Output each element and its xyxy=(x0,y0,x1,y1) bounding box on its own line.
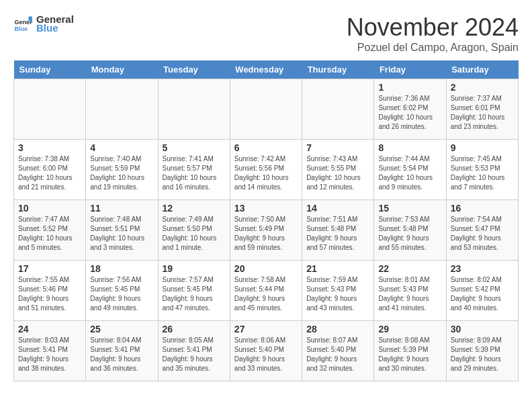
day-number: 6 xyxy=(234,142,298,153)
calendar-cell: 29Sunrise: 8:08 AM Sunset: 5:39 PM Dayli… xyxy=(374,321,446,381)
calendar-cell xyxy=(302,79,374,140)
weekday-header-wednesday: Wednesday xyxy=(230,60,302,79)
weekday-header-friday: Friday xyxy=(374,60,446,79)
calendar-cell: 17Sunrise: 7:55 AM Sunset: 5:46 PM Dayli… xyxy=(14,261,86,321)
day-number: 26 xyxy=(163,324,226,334)
day-number: 9 xyxy=(451,142,514,153)
calendar-cell: 22Sunrise: 8:01 AM Sunset: 5:43 PM Dayli… xyxy=(374,261,446,321)
day-number: 11 xyxy=(90,203,153,214)
day-number: 27 xyxy=(234,324,298,334)
day-info: Sunrise: 8:08 AM Sunset: 5:39 PM Dayligh… xyxy=(378,336,441,373)
title-area: November 2024 Pozuel del Campo, Aragon, … xyxy=(347,13,519,54)
location-title: Pozuel del Campo, Aragon, Spain xyxy=(347,42,519,54)
calendar-cell: 26Sunrise: 8:05 AM Sunset: 5:41 PM Dayli… xyxy=(158,321,230,381)
weekday-header-thursday: Thursday xyxy=(302,60,374,79)
calendar-cell: 13Sunrise: 7:50 AM Sunset: 5:49 PM Dayli… xyxy=(230,200,302,261)
calendar-cell: 30Sunrise: 8:09 AM Sunset: 5:39 PM Dayli… xyxy=(446,321,518,381)
day-number: 10 xyxy=(18,203,81,214)
calendar-cell: 25Sunrise: 8:04 AM Sunset: 5:41 PM Dayli… xyxy=(86,321,158,381)
day-info: Sunrise: 7:55 AM Sunset: 5:46 PM Dayligh… xyxy=(18,275,81,313)
day-info: Sunrise: 7:40 AM Sunset: 5:59 PM Dayligh… xyxy=(90,154,153,192)
day-number: 25 xyxy=(90,324,153,334)
calendar-cell: 11Sunrise: 7:48 AM Sunset: 5:51 PM Dayli… xyxy=(86,200,158,261)
day-info: Sunrise: 8:01 AM Sunset: 5:43 PM Dayligh… xyxy=(378,275,441,313)
calendar-cell: 9Sunrise: 7:45 AM Sunset: 5:53 PM Daylig… xyxy=(446,140,518,200)
day-info: Sunrise: 7:56 AM Sunset: 5:45 PM Dayligh… xyxy=(90,275,153,313)
day-info: Sunrise: 8:03 AM Sunset: 5:41 PM Dayligh… xyxy=(18,336,81,373)
calendar-cell xyxy=(86,79,158,140)
week-row-1: 1Sunrise: 7:36 AM Sunset: 6:02 PM Daylig… xyxy=(14,79,519,140)
week-row-5: 24Sunrise: 8:03 AM Sunset: 5:41 PM Dayli… xyxy=(14,321,519,381)
day-number: 14 xyxy=(306,203,369,214)
calendar-cell: 24Sunrise: 8:03 AM Sunset: 5:41 PM Dayli… xyxy=(14,321,86,381)
day-number: 7 xyxy=(306,142,369,153)
day-info: Sunrise: 7:45 AM Sunset: 5:53 PM Dayligh… xyxy=(451,154,514,192)
calendar-cell: 5Sunrise: 7:41 AM Sunset: 5:57 PM Daylig… xyxy=(158,140,230,200)
svg-text:Blue: Blue xyxy=(14,26,28,32)
calendar-cell: 14Sunrise: 7:51 AM Sunset: 5:48 PM Dayli… xyxy=(302,200,374,261)
day-info: Sunrise: 7:44 AM Sunset: 5:54 PM Dayligh… xyxy=(378,154,441,192)
day-number: 5 xyxy=(163,142,226,153)
calendar-cell: 15Sunrise: 7:53 AM Sunset: 5:48 PM Dayli… xyxy=(374,200,446,261)
week-row-2: 3Sunrise: 7:38 AM Sunset: 6:00 PM Daylig… xyxy=(14,140,519,200)
day-number: 21 xyxy=(306,263,369,274)
day-info: Sunrise: 7:50 AM Sunset: 5:49 PM Dayligh… xyxy=(234,215,298,253)
day-number: 20 xyxy=(234,263,298,274)
day-info: Sunrise: 8:09 AM Sunset: 5:39 PM Dayligh… xyxy=(451,336,514,373)
day-number: 16 xyxy=(451,203,514,214)
day-number: 13 xyxy=(234,203,298,214)
day-number: 23 xyxy=(451,263,514,274)
day-info: Sunrise: 8:04 AM Sunset: 5:41 PM Dayligh… xyxy=(90,336,153,373)
calendar-cell: 28Sunrise: 8:07 AM Sunset: 5:40 PM Dayli… xyxy=(302,321,374,381)
calendar-cell: 6Sunrise: 7:42 AM Sunset: 5:56 PM Daylig… xyxy=(230,140,302,200)
calendar-cell: 7Sunrise: 7:43 AM Sunset: 5:55 PM Daylig… xyxy=(302,140,374,200)
day-info: Sunrise: 7:36 AM Sunset: 6:02 PM Dayligh… xyxy=(378,94,441,132)
calendar-cell xyxy=(14,79,86,140)
calendar-cell: 23Sunrise: 8:02 AM Sunset: 5:42 PM Dayli… xyxy=(446,261,518,321)
day-info: Sunrise: 7:53 AM Sunset: 5:48 PM Dayligh… xyxy=(378,215,441,253)
calendar-cell: 18Sunrise: 7:56 AM Sunset: 5:45 PM Dayli… xyxy=(86,261,158,321)
day-number: 24 xyxy=(18,324,81,334)
calendar-cell: 8Sunrise: 7:44 AM Sunset: 5:54 PM Daylig… xyxy=(374,140,446,200)
week-row-3: 10Sunrise: 7:47 AM Sunset: 5:52 PM Dayli… xyxy=(14,200,519,261)
week-row-4: 17Sunrise: 7:55 AM Sunset: 5:46 PM Dayli… xyxy=(14,261,519,321)
calendar-cell: 27Sunrise: 8:06 AM Sunset: 5:40 PM Dayli… xyxy=(230,321,302,381)
day-info: Sunrise: 7:51 AM Sunset: 5:48 PM Dayligh… xyxy=(306,215,369,253)
calendar-cell: 1Sunrise: 7:36 AM Sunset: 6:02 PM Daylig… xyxy=(374,79,446,140)
day-number: 19 xyxy=(163,263,226,274)
day-number: 2 xyxy=(451,82,514,93)
day-number: 8 xyxy=(378,142,441,153)
calendar-cell: 2Sunrise: 7:37 AM Sunset: 6:01 PM Daylig… xyxy=(446,79,518,140)
logo: General Blue General Blue xyxy=(13,13,74,34)
weekday-header-saturday: Saturday xyxy=(446,60,518,79)
day-number: 4 xyxy=(90,142,153,153)
day-info: Sunrise: 7:49 AM Sunset: 5:50 PM Dayligh… xyxy=(163,215,226,253)
day-number: 15 xyxy=(378,203,441,214)
day-info: Sunrise: 8:05 AM Sunset: 5:41 PM Dayligh… xyxy=(163,336,226,373)
day-number: 1 xyxy=(378,82,441,93)
day-info: Sunrise: 8:02 AM Sunset: 5:42 PM Dayligh… xyxy=(451,275,514,313)
day-info: Sunrise: 7:57 AM Sunset: 5:45 PM Dayligh… xyxy=(163,275,226,313)
day-info: Sunrise: 7:38 AM Sunset: 6:00 PM Dayligh… xyxy=(18,154,81,192)
day-info: Sunrise: 7:37 AM Sunset: 6:01 PM Dayligh… xyxy=(451,94,514,132)
weekday-header-tuesday: Tuesday xyxy=(158,60,230,79)
day-number: 17 xyxy=(18,263,81,274)
calendar-cell xyxy=(230,79,302,140)
calendar-cell: 16Sunrise: 7:54 AM Sunset: 5:47 PM Dayli… xyxy=(446,200,518,261)
calendar-cell: 21Sunrise: 7:59 AM Sunset: 5:43 PM Dayli… xyxy=(302,261,374,321)
weekday-header-row: SundayMondayTuesdayWednesdayThursdayFrid… xyxy=(14,60,519,79)
day-info: Sunrise: 7:47 AM Sunset: 5:52 PM Dayligh… xyxy=(18,215,81,253)
month-title: November 2024 xyxy=(347,13,519,42)
weekday-header-monday: Monday xyxy=(86,60,158,79)
calendar-cell: 3Sunrise: 7:38 AM Sunset: 6:00 PM Daylig… xyxy=(14,140,86,200)
day-number: 22 xyxy=(378,263,441,274)
day-number: 30 xyxy=(451,324,514,334)
day-number: 18 xyxy=(90,263,153,274)
day-info: Sunrise: 7:41 AM Sunset: 5:57 PM Dayligh… xyxy=(163,154,226,192)
calendar-cell: 19Sunrise: 7:57 AM Sunset: 5:45 PM Dayli… xyxy=(158,261,230,321)
day-number: 3 xyxy=(18,142,81,153)
day-info: Sunrise: 7:54 AM Sunset: 5:47 PM Dayligh… xyxy=(451,215,514,253)
day-info: Sunrise: 7:59 AM Sunset: 5:43 PM Dayligh… xyxy=(306,275,369,313)
calendar-cell xyxy=(158,79,230,140)
calendar-cell: 10Sunrise: 7:47 AM Sunset: 5:52 PM Dayli… xyxy=(14,200,86,261)
